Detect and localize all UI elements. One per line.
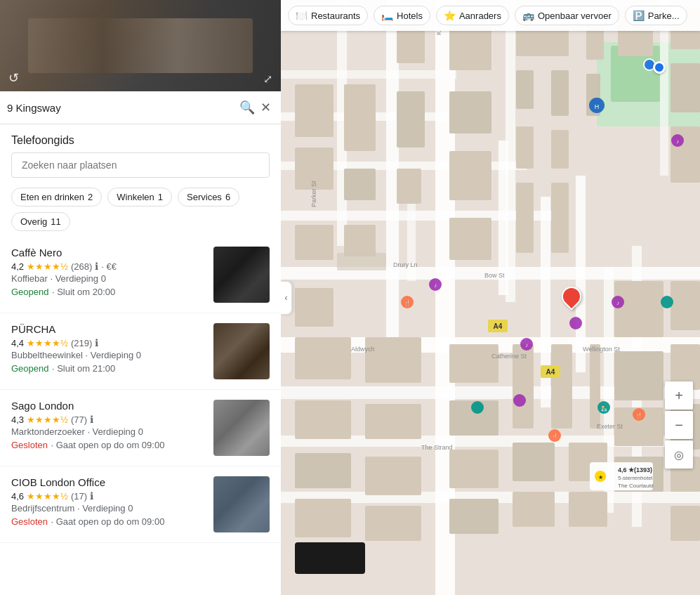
- review-count-ciob: (17): [71, 491, 87, 502]
- svg-rect-73: [449, 499, 498, 534]
- svg-rect-59: [551, 344, 572, 429]
- svg-rect-54: [365, 337, 421, 383]
- svg-rect-38: [516, 70, 534, 109]
- info-icon-ciob[interactable]: ℹ: [90, 490, 93, 502]
- chip-overig-count: 11: [51, 216, 60, 227]
- place-list: Caffè Nero 4,2 ★ ★ ★ ★ ½ (268) ℹ · €€ Ko…: [0, 237, 281, 595]
- svg-text:🍴: 🍴: [551, 433, 558, 440]
- info-icon-purcha[interactable]: ℹ: [95, 337, 98, 348]
- place-thumb-caffe-nero: [213, 247, 270, 303]
- chip-services[interactable]: Services 6: [178, 188, 239, 207]
- aanraders-icon: ⭐: [444, 10, 456, 21]
- svg-text:♪: ♪: [676, 138, 679, 145]
- search-input[interactable]: [7, 102, 237, 114]
- chip-winkelen[interactable]: Winkelen 1: [107, 188, 172, 207]
- map-panel[interactable]: 🍽️ Restaurants 🛏️ Hotels ⭐ Aanraders 🚌 O…: [281, 0, 700, 595]
- svg-rect-18: [407, 197, 416, 281]
- map-chip-hotels-label: Hotels: [397, 11, 423, 21]
- svg-rect-55: [365, 404, 421, 439]
- place-type-caffe-nero: Koffiebar · Verdieping 0: [11, 273, 205, 284]
- place-info-purcha: PÜRCHA 4,4 ★ ★ ★ ★ ½ (219) ℹ Bubbeltheew…: [11, 323, 205, 374]
- map-chip-transport[interactable]: 🚌 Openbaar vervoer: [515, 6, 619, 25]
- svg-rect-40: [516, 183, 534, 253]
- transport-icon: 🚌: [522, 10, 534, 21]
- svg-rect-63: [671, 281, 700, 330]
- map-background[interactable]: A4 A4 Parker St Kingsway Drury Ln Bow St…: [281, 0, 700, 595]
- chip-winkelen-label: Winkelen: [117, 192, 154, 202]
- place-item-sago[interactable]: Sago London 4,3 ★ ★ ★ ★ ½ (77) ℹ Markton…: [0, 390, 281, 466]
- place-thumb-sago: [213, 400, 270, 456]
- place-status-ciob: Gesloten · Gaat open op do om 09:00: [11, 515, 205, 528]
- svg-rect-36: [449, 218, 491, 260]
- rotate-icon[interactable]: ↺: [8, 70, 19, 86]
- chip-services-count: 6: [225, 192, 230, 202]
- nav-dot: [653, 61, 666, 74]
- svg-rect-16: [506, 0, 515, 302]
- place-rating-ciob: 4,6 ★ ★ ★ ★ ½ (17) ℹ: [11, 490, 205, 502]
- svg-text:H: H: [595, 103, 600, 110]
- svg-rect-51: [295, 337, 351, 379]
- clear-button[interactable]: ✕: [258, 97, 274, 118]
- svg-text:Parker St: Parker St: [310, 181, 317, 207]
- svg-rect-42: [551, 70, 569, 116]
- chip-eten[interactable]: Eten en drinken 2: [11, 188, 102, 207]
- svg-rect-31: [397, 91, 425, 148]
- map-filter-bar: 🍽️ Restaurants 🛏️ Hotels ⭐ Aanraders 🚌 O…: [281, 0, 700, 31]
- svg-text:A4: A4: [546, 368, 555, 376]
- place-item-caffe-nero[interactable]: Caffè Nero 4,2 ★ ★ ★ ★ ½ (268) ℹ · €€ Ko…: [0, 237, 281, 313]
- map-chip-aanraders[interactable]: ⭐ Aanraders: [436, 6, 509, 25]
- place-rating-purcha: 4,4 ★ ★ ★ ★ ½ (219) ℹ: [11, 337, 205, 348]
- review-count-purcha: (219): [71, 338, 92, 348]
- place-info-caffe-nero: Caffè Nero 4,2 ★ ★ ★ ★ ½ (268) ℹ · €€ Ko…: [11, 247, 205, 298]
- my-location-button[interactable]: ◎: [665, 440, 693, 469]
- stars-caffe-nero: ★ ★ ★ ★ ½: [27, 261, 68, 272]
- rating-value-ciob: 4,6: [11, 491, 24, 502]
- svg-text:★: ★: [598, 474, 603, 480]
- map-chip-restaurants[interactable]: 🍽️ Restaurants: [288, 6, 368, 25]
- place-type-sago: Marktonderzoeker · Verdieping 0: [11, 426, 205, 437]
- rating-value-purcha: 4,4: [11, 338, 24, 348]
- info-icon-caffe-nero[interactable]: ℹ: [95, 261, 98, 272]
- svg-point-108: [661, 296, 673, 308]
- place-name-caffe-nero: Caffè Nero: [11, 247, 205, 259]
- svg-rect-27: [344, 84, 376, 151]
- header-image: ↺ ⤢: [0, 0, 281, 91]
- svg-rect-39: [516, 126, 534, 169]
- place-item-purcha[interactable]: PÜRCHA 4,4 ★ ★ ★ ★ ½ (219) ℹ Bubbeltheew…: [0, 313, 281, 390]
- svg-point-97: [569, 317, 582, 329]
- filter-chips: Eten en drinken 2 Winkelen 1 Services 6 …: [0, 185, 281, 237]
- info-icon-sago[interactable]: ℹ: [90, 414, 93, 425]
- svg-text:Exeter St: Exeter St: [597, 423, 623, 430]
- svg-text:♪: ♪: [525, 342, 528, 348]
- chip-overig-label: Overig: [20, 216, 47, 227]
- zoom-in-button[interactable]: +: [665, 381, 693, 410]
- svg-rect-56: [449, 344, 498, 383]
- svg-text:A4: A4: [494, 322, 503, 330]
- expand-icon[interactable]: ⤢: [263, 72, 272, 86]
- svg-rect-25: [295, 225, 334, 260]
- svg-rect-28: [344, 169, 376, 200]
- svg-rect-61: [614, 281, 663, 337]
- map-chip-aanraders-label: Aanraders: [459, 11, 501, 21]
- place-name-sago: Sago London: [11, 400, 205, 412]
- svg-rect-71: [295, 499, 351, 537]
- svg-text:The Courtauld: The Courtauld: [618, 483, 654, 489]
- left-panel: ↺ ⤢ 🔍 ✕ Telefoongids Eten en drinken 2 W…: [0, 0, 281, 595]
- svg-rect-75: [569, 492, 607, 527]
- svg-rect-78: [671, 506, 700, 541]
- place-info-sago: Sago London 4,3 ★ ★ ★ ★ ½ (77) ℹ Markton…: [11, 400, 205, 451]
- places-search-input[interactable]: [11, 152, 270, 178]
- chip-overig[interactable]: Overig 11: [11, 212, 70, 231]
- place-item-ciob[interactable]: CIOB London Office 4,6 ★ ★ ★ ★ ½ (17) ℹ …: [0, 466, 281, 543]
- map-chip-parking[interactable]: 🅿️ Parke...: [625, 6, 687, 25]
- svg-text:4,6 ★(1393): 4,6 ★(1393): [618, 466, 652, 473]
- svg-rect-72: [365, 506, 421, 541]
- collapse-handle[interactable]: ‹: [281, 281, 292, 315]
- parking-icon: 🅿️: [633, 10, 645, 21]
- search-button[interactable]: 🔍: [237, 97, 258, 118]
- place-rating-sago: 4,3 ★ ★ ★ ★ ½ (77) ℹ: [11, 414, 205, 425]
- places-search-wrapper: [0, 152, 281, 185]
- zoom-out-button[interactable]: −: [665, 411, 693, 439]
- map-chip-hotels[interactable]: 🛏️ Hotels: [374, 6, 430, 25]
- place-thumb-purcha: [213, 323, 270, 379]
